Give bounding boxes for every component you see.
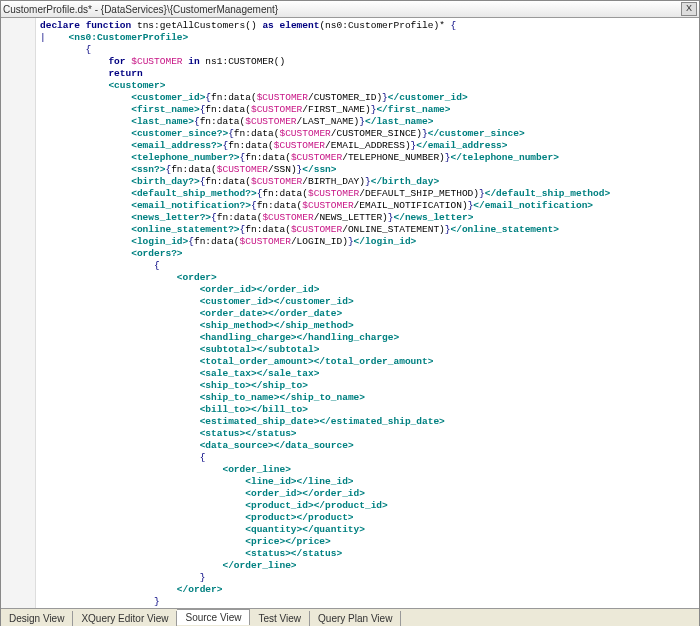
tab-queryplan[interactable]: Query Plan View [310,611,401,626]
tab-xquery[interactable]: XQuery Editor View [73,611,177,626]
tab-test[interactable]: Test View [250,611,310,626]
code-area[interactable]: declare function tns:getAllCustomers() a… [1,18,699,608]
view-tabs: Design View XQuery Editor View Source Vi… [1,608,699,626]
titlebar: CustomerProfile.ds* - {DataServices}\{Cu… [1,1,699,18]
editor-window: CustomerProfile.ds* - {DataServices}\{Cu… [0,0,700,626]
tab-source[interactable]: Source View [177,609,250,625]
window-title: CustomerProfile.ds* - {DataServices}\{Cu… [3,4,278,15]
close-icon[interactable]: X [681,2,697,16]
gutter [1,18,36,608]
tab-design[interactable]: Design View [1,611,73,626]
source-code[interactable]: declare function tns:getAllCustomers() a… [36,18,614,608]
